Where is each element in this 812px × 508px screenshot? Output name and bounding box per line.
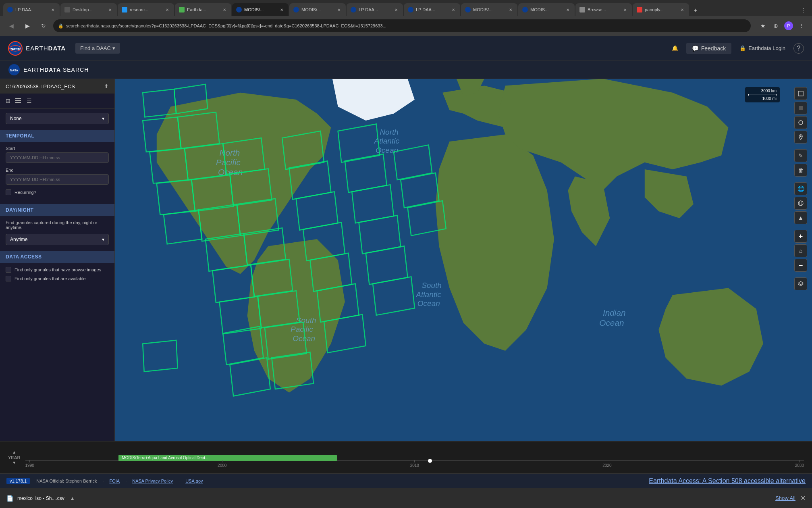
upload-icon[interactable]: ⬆ <box>104 83 109 90</box>
timeline-position-indicator[interactable] <box>428 459 432 463</box>
daynight-section-content: Find granules captured during the day, n… <box>0 216 114 249</box>
data-access-section-header: Data Access <box>0 251 114 263</box>
browse-images-label: Find only granules that have browse imag… <box>15 267 101 272</box>
feedback-button[interactable]: 💬 Feedback <box>686 43 731 54</box>
show-all-button[interactable]: Show All <box>775 495 795 501</box>
map-draw-square-button[interactable] <box>794 102 807 115</box>
extensions-button[interactable]: ⊕ <box>770 20 781 31</box>
notification-bell[interactable]: 🔔 <box>672 45 678 51</box>
start-date-input[interactable] <box>6 152 109 163</box>
tab-close-12[interactable]: ✕ <box>679 7 685 12</box>
eds-logo-icon: NASA <box>8 64 20 76</box>
tab-close-7[interactable]: ✕ <box>393 7 399 12</box>
map-draw-circle-button[interactable] <box>794 116 807 129</box>
browser-tab-9[interactable]: MODIS/... ✕ <box>461 3 517 16</box>
map-north-button[interactable]: ▲ <box>794 211 807 224</box>
grid-view-button[interactable]: ⊞ <box>6 98 10 104</box>
timeline-track[interactable]: MODIS/Terra+Aqua Land Aerosol Optical De… <box>25 448 804 468</box>
tick-2030: 2030 <box>795 460 804 468</box>
browser-tab-3[interactable]: researc... ✕ <box>118 3 174 16</box>
map-layers-button[interactable] <box>794 277 807 290</box>
notification-right: Show All ✕ <box>775 494 806 502</box>
back-button[interactable]: ◀ <box>5 19 18 32</box>
tab-close-9[interactable]: ✕ <box>508 7 513 12</box>
map-draw-point-marker[interactable] <box>794 131 807 144</box>
svg-point-69 <box>798 201 803 206</box>
nasa-logo: NASA EARTHDATA <box>8 41 66 56</box>
tab-close-8[interactable]: ✕ <box>451 7 456 12</box>
map-projection-button[interactable] <box>794 197 807 210</box>
find-daac-dropdown[interactable]: Find a DAAC ▾ <box>75 43 120 54</box>
tab-close-5[interactable]: ✕ <box>279 7 285 12</box>
svg-text:Ocean: Ocean <box>417 299 440 308</box>
file-icon: 📄 <box>6 495 13 502</box>
available-granules-checkbox[interactable] <box>6 276 11 281</box>
browser-tab-7[interactable]: LP DAA... ✕ <box>347 3 403 16</box>
svg-point-70 <box>800 201 802 206</box>
bookmark-button[interactable]: ★ <box>757 20 768 31</box>
map-globe-button[interactable]: 🌐 <box>794 182 807 195</box>
map-delete-button[interactable]: 🗑 <box>794 164 807 177</box>
end-date-input[interactable] <box>6 174 109 185</box>
zoom-in-button[interactable]: + <box>794 230 807 243</box>
browser-tab-1[interactable]: LP DAA... ✕ <box>3 3 60 16</box>
browser-tab-11[interactable]: Browse... ✕ <box>575 3 632 16</box>
sort-select[interactable]: None ▾ <box>6 113 109 124</box>
new-tab-button[interactable]: + <box>690 5 701 16</box>
tab-close-3[interactable]: ✕ <box>164 7 170 12</box>
list-view-button[interactable] <box>15 98 22 104</box>
browser-tab-4[interactable]: Earthda... ✕ <box>175 3 231 16</box>
tab-close-4[interactable]: ✕ <box>222 7 227 12</box>
help-button[interactable]: ? <box>793 43 804 54</box>
browse-images-checkbox[interactable] <box>6 267 11 273</box>
browser-tab-6[interactable]: MODIS/... ✕ <box>289 3 346 16</box>
timeline-bar-text: MODIS/Terra+Aqua Land Aerosol Optical De… <box>122 456 208 460</box>
browser-tab-12[interactable]: panoply... ✕ <box>633 3 689 16</box>
reload-button[interactable]: ↻ <box>37 19 50 32</box>
tick-2000: 2000 <box>218 460 226 468</box>
app-footer: v1.178.1 NASA Official: Stephen Berrick … <box>0 473 812 488</box>
foia-link[interactable]: FOIA <box>109 479 120 483</box>
svg-text:Atlantic: Atlantic <box>415 290 441 299</box>
daynight-select[interactable]: Anytime ▾ <box>6 234 109 245</box>
accessibility-link[interactable]: Earthdata Access: A Section 508 accessib… <box>649 477 806 485</box>
zoom-out-button[interactable]: − <box>794 259 807 272</box>
year-label: YEAR <box>8 455 21 460</box>
map-draw-point-button[interactable] <box>794 87 807 100</box>
version-badge: v1.178.1 <box>6 478 30 484</box>
profile-button[interactable]: P <box>783 20 794 31</box>
map-home-button[interactable]: ⌂ <box>794 244 807 257</box>
browser-settings-button[interactable]: ⋮ <box>796 20 807 31</box>
year-up-arrow[interactable]: ▲ <box>12 450 16 454</box>
tab-close-1[interactable]: ✕ <box>50 7 56 12</box>
tab-close-2[interactable]: ✕ <box>107 7 113 12</box>
browser-tab-10[interactable]: MODIS... ✕ <box>518 3 575 16</box>
year-down-arrow[interactable]: ▼ <box>12 461 16 465</box>
tab-close-10[interactable]: ✕ <box>565 7 571 12</box>
footer-links: NASA Official: Stephen Berrick · FOIA · … <box>36 479 203 483</box>
svg-rect-66 <box>799 106 803 110</box>
map-edit-button[interactable]: ✎ <box>794 149 807 162</box>
tab-close-11[interactable]: ✕ <box>622 7 628 12</box>
browser-tab-5-active[interactable]: MODIS/... ✕ <box>232 3 289 16</box>
privacy-link[interactable]: NASA Privacy Policy <box>132 479 173 483</box>
notification-close-button[interactable]: ✕ <box>800 494 806 502</box>
url-bar[interactable]: 🔒 search.earthdata.nasa.gov/search/granu… <box>53 19 751 32</box>
collection-header: C1620263538-LPDAAC_ECS ⬆ <box>0 79 114 94</box>
recurring-checkbox[interactable] <box>6 189 11 195</box>
browser-tab-2[interactable]: Desktop... ✕ <box>60 3 117 16</box>
usa-link[interactable]: USA.gov <box>185 479 203 483</box>
browser-tab-8[interactable]: LP DAA... ✕ <box>404 3 460 16</box>
tab-close-6[interactable]: ✕ <box>336 7 342 12</box>
notification-filename: mexico_iso - Sh....csv <box>17 496 64 501</box>
notification-expand-button[interactable]: ▲ <box>70 496 75 501</box>
map-area[interactable]: North Pacific Ocean North Atlantic Ocean… <box>115 79 812 441</box>
browser-menu-button[interactable]: ⋮ <box>797 5 809 16</box>
forward-button[interactable]: ▶ <box>21 19 34 32</box>
svg-point-68 <box>800 135 802 137</box>
browse-images-row: Find only granules that have browse imag… <box>6 267 109 273</box>
earthdata-login-button[interactable]: 🔒 Earthdata Login <box>739 45 785 51</box>
temporal-section-content: Start End Recurring? <box>0 142 114 202</box>
settings-filter-button[interactable]: ☰ <box>27 98 32 104</box>
app-sub-header: NASA EARTHDATA SEARCH <box>0 60 812 79</box>
